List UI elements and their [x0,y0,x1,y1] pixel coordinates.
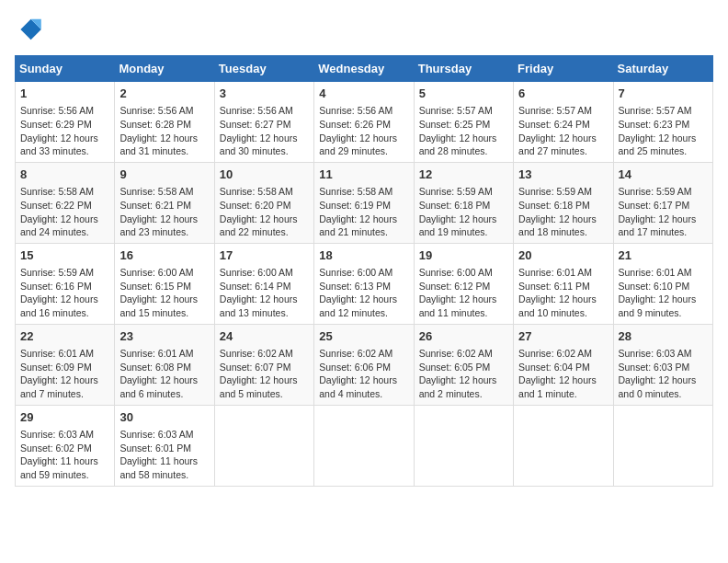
daylight: Daylight: 12 hours and 11 minutes. [419,293,497,318]
day-number: 19 [419,247,508,264]
sunset: Sunset: 6:01 PM [119,442,191,454]
sunrise: Sunrise: 6:03 AM [119,429,193,440]
day-number: 2 [119,86,209,102]
sunrise: Sunrise: 6:00 AM [119,267,193,278]
daylight: Daylight: 12 hours and 28 minutes. [419,132,497,157]
sunrise: Sunrise: 5:56 AM [319,105,392,116]
sunset: Sunset: 6:23 PM [619,119,690,130]
daylight: Daylight: 12 hours and 6 minutes. [119,374,198,399]
sunset: Sunset: 6:18 PM [419,200,491,211]
daylight: Daylight: 12 hours and 33 minutes. [20,132,98,157]
day-cell: 22Sunrise: 6:01 AMSunset: 6:09 PMDayligh… [16,324,115,405]
daylight: Daylight: 11 hours and 58 minutes. [119,455,198,480]
sunset: Sunset: 6:15 PM [119,281,191,292]
sunrise: Sunrise: 6:02 AM [220,348,293,359]
sunset: Sunset: 6:25 PM [419,119,491,130]
sunrise: Sunrise: 5:56 AM [119,105,193,116]
daylight: Daylight: 12 hours and 7 minutes. [20,374,98,399]
week-row-4: 22Sunrise: 6:01 AMSunset: 6:09 PMDayligh… [16,324,713,405]
day-number: 28 [619,328,708,345]
week-row-1: 1Sunrise: 5:56 AMSunset: 6:29 PMDaylight… [16,82,713,163]
day-cell: 11Sunrise: 5:58 AMSunset: 6:19 PMDayligh… [314,162,414,243]
day-cell: 15Sunrise: 5:59 AMSunset: 6:16 PMDayligh… [16,243,115,324]
day-number: 13 [518,167,608,183]
sunset: Sunset: 6:28 PM [119,119,191,130]
sunrise: Sunrise: 6:03 AM [20,429,94,440]
sunset: Sunset: 6:07 PM [220,362,291,373]
day-cell: 19Sunrise: 6:00 AMSunset: 6:12 PMDayligh… [414,243,513,324]
sunset: Sunset: 6:14 PM [220,281,291,292]
day-number: 21 [619,247,708,264]
daylight: Daylight: 12 hours and 31 minutes. [119,132,198,157]
sunset: Sunset: 6:17 PM [619,200,690,211]
sunrise: Sunrise: 5:57 AM [419,105,493,116]
sunset: Sunset: 6:09 PM [20,362,92,373]
day-cell: 4Sunrise: 5:56 AMSunset: 6:26 PMDaylight… [314,82,414,163]
day-number: 8 [20,167,109,183]
week-row-2: 8Sunrise: 5:58 AMSunset: 6:22 PMDaylight… [16,162,713,243]
day-number: 6 [518,86,608,102]
header-monday: Monday [115,56,214,82]
sunrise: Sunrise: 6:00 AM [220,267,293,278]
sunrise: Sunrise: 5:59 AM [518,186,592,197]
week-row-5: 29Sunrise: 6:03 AMSunset: 6:02 PMDayligh… [16,405,713,486]
day-cell: 20Sunrise: 6:01 AMSunset: 6:11 PMDayligh… [514,243,613,324]
sunset: Sunset: 6:02 PM [20,442,92,454]
day-cell: 29Sunrise: 6:03 AMSunset: 6:02 PMDayligh… [16,405,115,486]
sunset: Sunset: 6:18 PM [518,200,590,211]
calendar-table: SundayMondayTuesdayWednesdayThursdayFrid… [15,55,713,487]
sunrise: Sunrise: 5:59 AM [419,186,493,197]
sunset: Sunset: 6:22 PM [20,200,92,211]
sunset: Sunset: 6:29 PM [20,119,92,130]
day-cell: 17Sunrise: 6:00 AMSunset: 6:14 PMDayligh… [214,243,313,324]
day-cell: 23Sunrise: 6:01 AMSunset: 6:08 PMDayligh… [115,324,214,405]
day-cell: 21Sunrise: 6:01 AMSunset: 6:10 PMDayligh… [613,243,712,324]
day-cell [314,405,414,486]
sunrise: Sunrise: 6:03 AM [619,348,692,359]
daylight: Daylight: 12 hours and 30 minutes. [220,132,298,157]
sunrise: Sunrise: 6:01 AM [619,267,692,278]
sunset: Sunset: 6:21 PM [119,200,191,211]
day-cell: 2Sunrise: 5:56 AMSunset: 6:28 PMDaylight… [115,82,214,163]
calendar-header-row: SundayMondayTuesdayWednesdayThursdayFrid… [16,56,713,82]
daylight: Daylight: 12 hours and 16 minutes. [20,293,98,318]
daylight: Daylight: 12 hours and 18 minutes. [518,213,597,238]
sunset: Sunset: 6:04 PM [518,362,590,373]
day-cell: 13Sunrise: 5:59 AMSunset: 6:18 PMDayligh… [514,162,613,243]
day-cell [613,405,712,486]
page-header [15,15,713,44]
sunrise: Sunrise: 5:58 AM [20,186,94,197]
sunrise: Sunrise: 5:58 AM [319,186,392,197]
daylight: Daylight: 12 hours and 29 minutes. [319,132,397,157]
day-number: 7 [619,86,708,102]
sunrise: Sunrise: 5:57 AM [619,105,692,116]
sunrise: Sunrise: 6:00 AM [419,267,493,278]
daylight: Daylight: 12 hours and 23 minutes. [119,213,198,238]
daylight: Daylight: 12 hours and 10 minutes. [518,293,597,318]
sunrise: Sunrise: 5:58 AM [220,186,293,197]
day-cell: 26Sunrise: 6:02 AMSunset: 6:05 PMDayligh… [414,324,513,405]
day-number: 23 [119,328,209,345]
day-number: 30 [119,409,209,426]
day-number: 3 [220,86,309,102]
daylight: Daylight: 12 hours and 4 minutes. [319,374,397,399]
sunset: Sunset: 6:03 PM [619,362,690,373]
sunset: Sunset: 6:08 PM [119,362,191,373]
day-number: 4 [319,86,408,102]
day-cell: 12Sunrise: 5:59 AMSunset: 6:18 PMDayligh… [414,162,513,243]
daylight: Daylight: 12 hours and 24 minutes. [20,213,98,238]
day-cell: 28Sunrise: 6:03 AMSunset: 6:03 PMDayligh… [613,324,712,405]
sunset: Sunset: 6:06 PM [319,362,391,373]
sunrise: Sunrise: 6:00 AM [319,267,392,278]
daylight: Daylight: 12 hours and 1 minute. [518,374,597,399]
day-number: 18 [319,247,408,264]
day-number: 11 [319,167,408,183]
logo [15,15,48,44]
day-cell: 5Sunrise: 5:57 AMSunset: 6:25 PMDaylight… [414,82,513,163]
day-cell: 24Sunrise: 6:02 AMSunset: 6:07 PMDayligh… [214,324,313,405]
daylight: Daylight: 12 hours and 15 minutes. [119,293,198,318]
header-thursday: Thursday [414,56,513,82]
day-number: 14 [619,167,708,183]
day-cell: 18Sunrise: 6:00 AMSunset: 6:13 PMDayligh… [314,243,414,324]
header-wednesday: Wednesday [314,56,414,82]
